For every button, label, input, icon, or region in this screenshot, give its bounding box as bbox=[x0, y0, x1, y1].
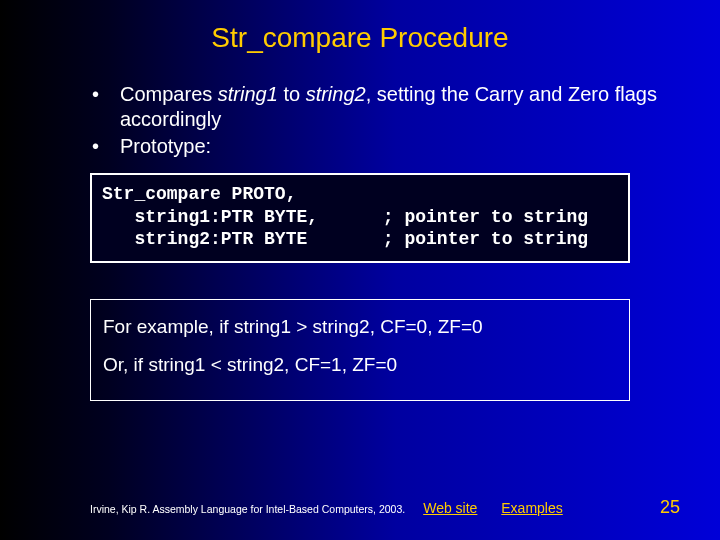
web-site-link[interactable]: Web site bbox=[423, 500, 477, 516]
text: Compares bbox=[120, 83, 218, 105]
bullet-item-2: Prototype: bbox=[70, 134, 680, 159]
example-box: For example, if string1 > string2, CF=0,… bbox=[90, 299, 630, 402]
code-block: Str_compare PROTO, string1:PTR BYTE, ; p… bbox=[90, 173, 630, 263]
example-line-2: Or, if string1 < string2, CF=1, ZF=0 bbox=[103, 350, 617, 380]
slide-title: Str_compare Procedure bbox=[0, 0, 720, 54]
example-line-1: For example, if string1 > string2, CF=0,… bbox=[103, 312, 617, 342]
text-italic: string2 bbox=[306, 83, 366, 105]
footer: Irvine, Kip R. Assembly Language for Int… bbox=[0, 497, 720, 518]
bullet-item-1: Compares string1 to string2, setting the… bbox=[70, 82, 680, 132]
citation-text: Irvine, Kip R. Assembly Language for Int… bbox=[90, 503, 405, 515]
slide: Str_compare Procedure Compares string1 t… bbox=[0, 0, 720, 540]
bullet-list: Compares string1 to string2, setting the… bbox=[70, 82, 680, 159]
page-number: 25 bbox=[660, 497, 680, 518]
text: to bbox=[278, 83, 306, 105]
text-italic: string1 bbox=[218, 83, 278, 105]
footer-links: Web site Examples bbox=[423, 500, 660, 516]
text: Prototype: bbox=[120, 135, 211, 157]
examples-link[interactable]: Examples bbox=[501, 500, 562, 516]
